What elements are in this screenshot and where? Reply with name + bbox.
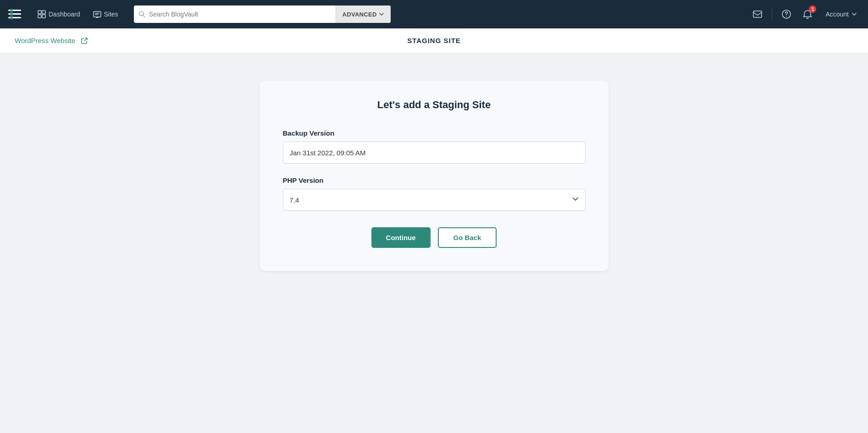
main-content: Let's add a Staging Site Backup Version … (0, 53, 868, 427)
subheader: WordPress Website STAGING SITE (0, 28, 868, 53)
account-button[interactable]: Account (822, 9, 861, 20)
button-row: Continue Go Back (283, 227, 586, 248)
svg-point-16 (786, 16, 787, 17)
navbar-right: 1 Account (751, 7, 861, 21)
php-version-select[interactable]: 7.4 7.3 7.2 8.0 8.1 (283, 189, 586, 211)
svg-rect-3 (10, 9, 13, 20)
php-version-group: PHP Version 7.4 7.3 7.2 8.0 8.1 (283, 176, 586, 211)
search-input[interactable] (149, 11, 331, 18)
breadcrumb-link[interactable]: WordPress Website (15, 37, 88, 44)
backup-version-group: Backup Version (283, 129, 586, 164)
php-select-wrapper: 7.4 7.3 7.2 8.0 8.1 (283, 189, 586, 211)
svg-rect-7 (42, 15, 45, 18)
notification-badge: 1 (809, 5, 816, 13)
svg-rect-4 (38, 11, 41, 14)
svg-rect-14 (753, 11, 762, 17)
svg-rect-6 (38, 15, 41, 18)
svg-rect-10 (95, 14, 98, 15)
card-title: Let's add a Staging Site (283, 99, 586, 111)
php-version-label: PHP Version (283, 176, 586, 184)
search-icon (138, 11, 145, 18)
notification-wrapper: 1 (801, 7, 814, 21)
search-container: ADVANCED (134, 5, 391, 23)
backup-version-label: Backup Version (283, 129, 586, 137)
help-button[interactable] (780, 7, 793, 21)
svg-rect-5 (42, 11, 45, 14)
svg-line-13 (143, 15, 145, 17)
dashboard-link[interactable]: Dashboard (33, 7, 85, 21)
staging-card: Let's add a Staging Site Backup Version … (260, 81, 608, 271)
account-chevron-icon (851, 11, 857, 17)
svg-rect-11 (96, 17, 99, 18)
svg-rect-9 (95, 13, 100, 14)
chevron-down-icon (379, 11, 384, 17)
logo-button[interactable] (7, 7, 22, 22)
navbar: Dashboard Sites ADVANCED (0, 0, 868, 28)
nav-divider (772, 8, 772, 21)
external-link-icon (81, 37, 88, 44)
sites-link[interactable]: Sites (88, 7, 123, 21)
backup-version-input[interactable] (283, 142, 586, 164)
advanced-button[interactable]: ADVANCED (336, 5, 391, 23)
page-title: STAGING SITE (407, 37, 461, 44)
continue-button[interactable]: Continue (371, 227, 431, 248)
nav-links: Dashboard Sites (33, 7, 123, 21)
go-back-button[interactable]: Go Back (438, 227, 497, 248)
mail-button[interactable] (751, 7, 764, 21)
